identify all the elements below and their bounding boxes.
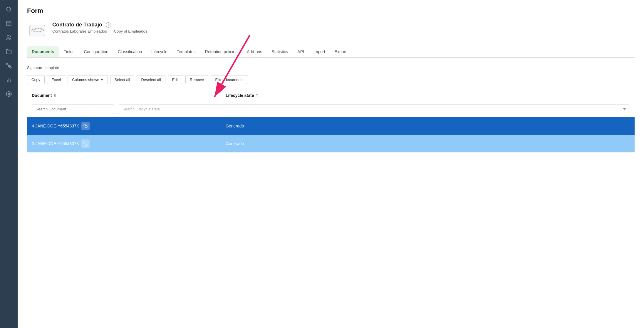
sort-lifecycle-icon[interactable]: ⇅ (256, 93, 259, 97)
svg-point-5 (7, 36, 9, 38)
svg-rect-18 (85, 125, 87, 128)
remove-button[interactable]: Remove (185, 75, 208, 84)
document-name-text: 4-JANE-DOE-Y6554337K (32, 124, 79, 128)
breadcrumb: Contratos Laborales Empleados Copy of Em… (52, 29, 147, 33)
page-title: Form (27, 7, 635, 15)
select-all-button[interactable]: Select all (110, 75, 135, 84)
row-document-name: 4-JANE-DOE-Y6554337K (32, 122, 226, 130)
svg-point-0 (7, 7, 11, 11)
table-row[interactable]: 3-JANE-DOE-Y6554337K Generado (27, 135, 635, 152)
search-row: Search Lifecycle state Generado (27, 101, 635, 117)
row-document-name: 3-JANE-DOE-Y6554337K (32, 139, 226, 148)
row-lifecycle-state: Generado (226, 141, 630, 146)
hierarchy-icon[interactable] (3, 60, 15, 72)
search-lifecycle-select[interactable]: Search Lifecycle state Generado (119, 104, 630, 114)
folder-icon[interactable] (3, 46, 15, 58)
search-icon[interactable] (3, 4, 15, 15)
entity-title[interactable]: Contrato de Trabajo (52, 22, 102, 28)
sidebar (0, 0, 18, 328)
svg-point-16 (8, 93, 10, 95)
svg-rect-6 (6, 63, 8, 65)
settings-icon[interactable] (3, 88, 15, 100)
edit-button[interactable]: Edit (168, 75, 183, 84)
tab-api[interactable]: API (293, 46, 309, 58)
table-row[interactable]: 4-JANE-DOE-Y6554337K Generado (27, 117, 635, 135)
toolbar: Copy Excel Columns shown Select all Dese… (27, 75, 635, 84)
tab-configuration[interactable]: Configuration (79, 46, 113, 58)
tab-statistics[interactable]: Statistics (267, 46, 293, 58)
report-icon[interactable] (3, 74, 15, 86)
row-copy-button[interactable] (81, 122, 90, 130)
copy-button[interactable]: Copy (27, 75, 45, 84)
breadcrumb-item-1[interactable]: Contratos Laborales Empleados (52, 29, 107, 33)
header-section: Contrato de Trabajo i Contratos Laborale… (27, 22, 635, 39)
info-icon[interactable]: i (106, 22, 111, 28)
tab-fields[interactable]: Fields (59, 46, 79, 58)
tab-add-ons[interactable]: Add-ons (242, 46, 267, 58)
column-document-label: Document (32, 93, 52, 98)
tab-export[interactable]: Export (330, 46, 351, 58)
tab-documents[interactable]: Documents (27, 46, 59, 58)
svg-rect-2 (7, 21, 11, 26)
document-name-text: 3-JANE-DOE-Y6554337K (32, 141, 79, 146)
column-lifecycle-label: Lifecycle state (226, 93, 254, 98)
entity-logo (27, 22, 48, 39)
sort-document-icon[interactable]: ⇅ (53, 93, 56, 97)
column-lifecycle: Lifecycle state ⇅ (226, 93, 630, 98)
table-header: Document ⇅ Lifecycle state ⇅ (27, 90, 635, 101)
row-lifecycle-state: Generado (226, 124, 630, 128)
document-icon[interactable] (3, 18, 15, 29)
columns-shown-button[interactable]: Columns shown (68, 75, 108, 84)
svg-line-1 (10, 11, 11, 12)
tab-lifecycle[interactable]: Lifecycle (147, 46, 172, 58)
tabs: Documents Fields Configuration Classific… (27, 46, 635, 58)
tab-import[interactable]: Import (309, 46, 330, 58)
column-document: Document ⇅ (32, 93, 226, 98)
main-content: Form Contrato de Trabajo i Contratos Lab… (18, 0, 644, 328)
breadcrumb-item-2[interactable]: Copy of Empleados (114, 29, 147, 33)
svg-rect-19 (85, 143, 87, 145)
filter-documents-button[interactable]: Filter documents (211, 75, 248, 84)
row-copy-button[interactable] (81, 139, 90, 148)
users-icon[interactable] (3, 32, 15, 43)
tab-classification[interactable]: Classification (113, 46, 147, 58)
deselect-all-button[interactable]: Deselect all (137, 75, 165, 84)
tab-templates[interactable]: Templates (172, 46, 200, 58)
search-document-input[interactable] (32, 104, 114, 114)
tab-retention-policies[interactable]: Retention policies (200, 46, 242, 58)
excel-button[interactable]: Excel (47, 75, 65, 84)
documents-table: Document ⇅ Lifecycle state ⇅ Search Life… (27, 90, 635, 152)
header-info: Contrato de Trabajo i Contratos Laborale… (52, 22, 147, 33)
subtab-signature-template[interactable]: Signature template (27, 64, 635, 72)
